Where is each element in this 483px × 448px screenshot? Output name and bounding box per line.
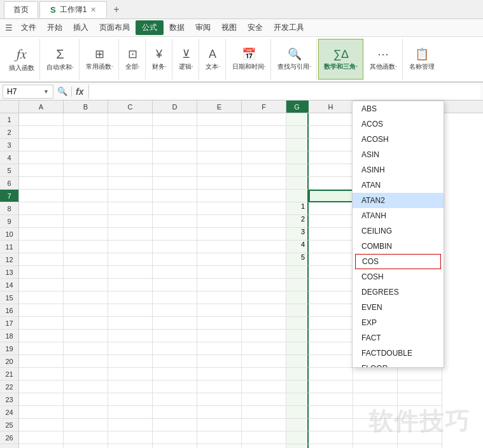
- cell-B14[interactable]: [64, 279, 108, 291]
- cell-H27[interactable]: [309, 444, 353, 448]
- cell-F15[interactable]: [242, 291, 286, 304]
- row-num-4[interactable]: 4: [0, 151, 18, 164]
- cell-D15[interactable]: [153, 291, 197, 304]
- cell-D22[interactable]: [153, 381, 197, 393]
- cell-D5[interactable]: [153, 164, 197, 177]
- dropdown-item-combin[interactable]: COMBIN: [353, 239, 444, 254]
- lookup-func-button[interactable]: 🔍 查找与引用·: [272, 39, 317, 80]
- cell-A24[interactable]: [19, 406, 64, 419]
- cell-E5[interactable]: [197, 164, 242, 177]
- cell-B3[interactable]: [64, 139, 108, 151]
- row-num-7[interactable]: 7: [0, 190, 18, 202]
- cell-E26[interactable]: [197, 431, 242, 444]
- cell-D1[interactable]: [153, 113, 197, 126]
- cell-A27[interactable]: [19, 444, 64, 448]
- cell-A1[interactable]: [19, 113, 64, 126]
- cell-H8[interactable]: [309, 202, 353, 215]
- cell-G12[interactable]: 5: [286, 253, 309, 266]
- col-header-b[interactable]: B: [64, 101, 108, 113]
- cell-C11[interactable]: [108, 241, 153, 253]
- cell-F21[interactable]: [242, 368, 286, 381]
- cell-F1[interactable]: [242, 113, 286, 126]
- cell-F24[interactable]: [242, 406, 286, 419]
- cell-H26[interactable]: [309, 431, 353, 444]
- cell-F16[interactable]: [242, 304, 286, 317]
- cell-G26[interactable]: [286, 431, 309, 444]
- cell-G20[interactable]: [286, 355, 309, 368]
- cell-A15[interactable]: [19, 291, 64, 304]
- col-header-h[interactable]: H: [309, 101, 353, 113]
- cell-F19[interactable]: [242, 342, 286, 355]
- cell-H10[interactable]: [309, 228, 353, 241]
- row-num-1[interactable]: 1: [0, 113, 18, 126]
- cell-F4[interactable]: [242, 151, 286, 164]
- cell-H5[interactable]: [309, 164, 353, 177]
- all-func-button[interactable]: ⊡ 全部·: [120, 39, 146, 80]
- cell-H17[interactable]: [309, 317, 353, 330]
- cell-B1[interactable]: [64, 113, 108, 126]
- cell-D7[interactable]: [153, 190, 197, 202]
- cell-A21[interactable]: [19, 368, 64, 381]
- cell-E19[interactable]: [197, 342, 242, 355]
- row-num-5[interactable]: 5: [0, 164, 18, 177]
- cell-G16[interactable]: [286, 304, 309, 317]
- cell-G27[interactable]: [286, 444, 309, 448]
- row-num-6[interactable]: 6: [0, 177, 18, 190]
- cell-H23[interactable]: [309, 393, 353, 406]
- menu-view[interactable]: 视图: [216, 20, 242, 35]
- cell-E23[interactable]: [197, 393, 242, 406]
- cell-E25[interactable]: [197, 419, 242, 431]
- col-header-d[interactable]: D: [153, 101, 197, 113]
- common-func-button[interactable]: ⊞ 常用函数·: [81, 39, 119, 80]
- col-header-f[interactable]: F: [242, 101, 286, 113]
- cell-C27[interactable]: [108, 444, 153, 448]
- cell-E10[interactable]: [197, 228, 242, 241]
- cell-E6[interactable]: [197, 177, 242, 190]
- cell-C18[interactable]: [108, 330, 153, 342]
- cell-A22[interactable]: [19, 381, 64, 393]
- cell-C8[interactable]: [108, 202, 153, 215]
- cell-E12[interactable]: [197, 253, 242, 266]
- cell-H2[interactable]: [309, 126, 353, 139]
- cell-J26[interactable]: [398, 431, 442, 444]
- cell-G10[interactable]: 3: [286, 228, 309, 241]
- cell-J21[interactable]: [398, 368, 442, 381]
- cell-H3[interactable]: [309, 139, 353, 151]
- cell-E27[interactable]: [197, 444, 242, 448]
- cell-H6[interactable]: [309, 177, 353, 190]
- cell-C16[interactable]: [108, 304, 153, 317]
- cell-I27[interactable]: [353, 444, 398, 448]
- row-num-23[interactable]: 23: [0, 393, 18, 406]
- cell-I26[interactable]: [353, 431, 398, 444]
- cell-C23[interactable]: [108, 393, 153, 406]
- cell-F6[interactable]: [242, 177, 286, 190]
- cell-F10[interactable]: [242, 228, 286, 241]
- row-num-27[interactable]: 27: [0, 444, 18, 448]
- cell-H7[interactable]: [309, 190, 353, 202]
- cell-F27[interactable]: [242, 444, 286, 448]
- row-num-19[interactable]: 19: [0, 342, 18, 355]
- cell-D17[interactable]: [153, 317, 197, 330]
- cell-F20[interactable]: [242, 355, 286, 368]
- dropdown-item-factdouble[interactable]: FACTDOUBLE: [353, 346, 444, 361]
- cell-G23[interactable]: [286, 393, 309, 406]
- cell-A9[interactable]: [19, 215, 64, 228]
- cell-D20[interactable]: [153, 355, 197, 368]
- col-header-a[interactable]: A: [19, 101, 64, 113]
- cell-D9[interactable]: [153, 215, 197, 228]
- cell-G25[interactable]: [286, 419, 309, 431]
- cell-H14[interactable]: [309, 279, 353, 291]
- dropdown-item-atan2[interactable]: ATAN2: [353, 193, 444, 208]
- cell-I25[interactable]: [353, 419, 398, 431]
- cell-H19[interactable]: [309, 342, 353, 355]
- menu-security[interactable]: 安全: [242, 20, 268, 35]
- col-header-e[interactable]: E: [197, 101, 242, 113]
- menu-formula[interactable]: 公式: [136, 20, 164, 35]
- dropdown-item-acosh[interactable]: ACOSH: [353, 132, 444, 147]
- cell-F26[interactable]: [242, 431, 286, 444]
- cell-E21[interactable]: [197, 368, 242, 381]
- cell-G8[interactable]: 1: [286, 202, 309, 215]
- cell-E18[interactable]: [197, 330, 242, 342]
- cell-G1[interactable]: [286, 113, 309, 126]
- cell-F7[interactable]: [242, 190, 286, 202]
